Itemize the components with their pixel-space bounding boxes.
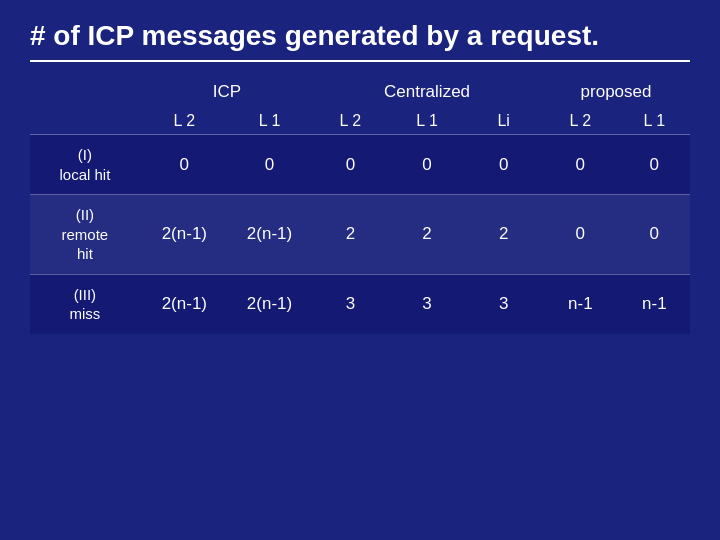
header-group-row: ICP Centralized proposed: [30, 76, 690, 108]
sub-col-icp-l2: L 2: [142, 108, 227, 135]
page-title: # of ICP messages generated by a request…: [30, 20, 690, 52]
row2-val1: 2(n-1): [142, 195, 227, 275]
row1-val7: 0: [619, 135, 690, 195]
row1-val5: 0: [465, 135, 542, 195]
sub-col-pro-l1: L 1: [619, 108, 690, 135]
row1-val4: 0: [389, 135, 466, 195]
row3-val4: 3: [389, 274, 466, 334]
row2-val6: 0: [542, 195, 619, 275]
row2-val2: 2(n-1): [227, 195, 312, 275]
sub-col-cen-l2: L 2: [312, 108, 389, 135]
sub-col-pro-l2: L 2: [542, 108, 619, 135]
sub-col-cen-l1: L 1: [389, 108, 466, 135]
row3-val1: 2(n-1): [142, 274, 227, 334]
row-label-2: (II) remote hit: [30, 195, 142, 275]
row3-val2: 2(n-1): [227, 274, 312, 334]
header-empty: [30, 76, 142, 108]
header-sub-row: L 2 L 1 L 2 L 1 Li L 2 L 1: [30, 108, 690, 135]
sub-col-label: [30, 108, 142, 135]
row1-val6: 0: [542, 135, 619, 195]
row2-val4: 2: [389, 195, 466, 275]
row1-val2: 0: [227, 135, 312, 195]
header-centralized: Centralized: [312, 76, 542, 108]
row1-val3: 0: [312, 135, 389, 195]
header-icp: ICP: [142, 76, 312, 108]
row2-val5: 2: [465, 195, 542, 275]
row3-val3: 3: [312, 274, 389, 334]
header-proposed: proposed: [542, 76, 690, 108]
data-table: ICP Centralized proposed L 2 L 1 L 2 L 1…: [30, 76, 690, 334]
row3-val6: n-1: [542, 274, 619, 334]
table-row: (I) local hit 0 0 0 0 0 0 0: [30, 135, 690, 195]
row-label-3: (III) miss: [30, 274, 142, 334]
row3-val5: 3: [465, 274, 542, 334]
table-row: (III) miss 2(n-1) 2(n-1) 3 3 3 n-1 n-1: [30, 274, 690, 334]
divider: [30, 60, 690, 62]
sub-col-icp-l1: L 1: [227, 108, 312, 135]
table-row: (II) remote hit 2(n-1) 2(n-1) 2 2 2 0 0: [30, 195, 690, 275]
page: # of ICP messages generated by a request…: [0, 0, 720, 540]
row1-val1: 0: [142, 135, 227, 195]
row-label-1: (I) local hit: [30, 135, 142, 195]
row2-val3: 2: [312, 195, 389, 275]
sub-col-cen-li: Li: [465, 108, 542, 135]
row3-val7: n-1: [619, 274, 690, 334]
row2-val7: 0: [619, 195, 690, 275]
